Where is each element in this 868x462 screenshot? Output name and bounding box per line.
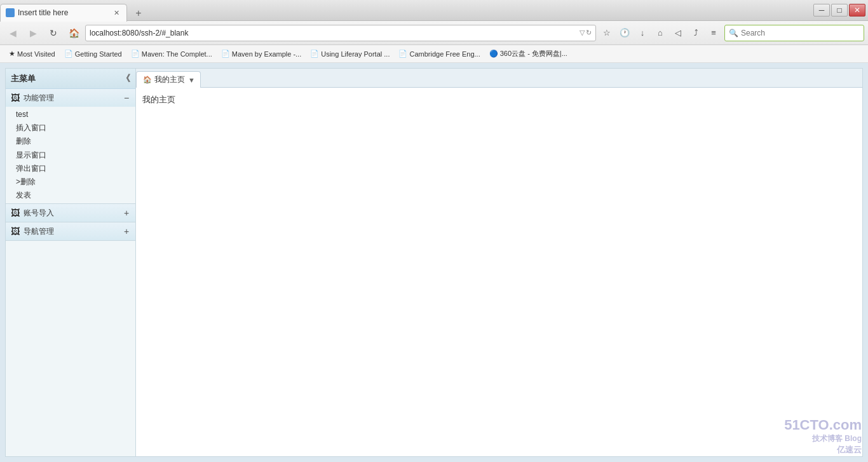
content-tab-label: 我的主页 <box>154 74 185 85</box>
sidebar-title: 主菜单 <box>11 73 36 85</box>
reload-button[interactable]: ↻ <box>44 24 62 42</box>
maximize-button[interactable]: □ <box>831 4 848 17</box>
sidebar-section-function-management: 🖼 功能管理 − test 插入窗口 删除 显示窗口 弹出窗口 >删除 发表 <box>6 89 135 204</box>
bookmark-label: Maven: The Complet... <box>142 50 212 58</box>
section-toggle-nav-management[interactable]: + <box>121 226 132 236</box>
section-toggle-function-management[interactable]: − <box>121 93 132 103</box>
content-tab-home[interactable]: 🏠 我的主页 ▼ <box>136 71 201 88</box>
most-visited-icon: ★ <box>9 50 15 58</box>
content-tabs: 🏠 我的主页 ▼ <box>136 69 862 88</box>
search-bar[interactable]: 🔍 <box>724 25 864 41</box>
content-body-text: 我的主页 <box>142 95 175 104</box>
function-management-items: test 插入窗口 删除 显示窗口 弹出窗口 >删除 发表 <box>6 107 135 203</box>
minimize-button[interactable]: ─ <box>813 4 830 17</box>
cambridge-icon: 📄 <box>398 50 407 58</box>
bookmark-label: Maven by Example -... <box>232 50 301 58</box>
menu-item-arrow-delete[interactable]: >删除 <box>6 175 135 189</box>
bookmark-label: Most Visited <box>17 50 55 58</box>
bookmark-liferay[interactable]: 📄 Using Liferay Portal ... <box>306 48 393 59</box>
left-arrow-button[interactable]: ◁ <box>670 25 686 41</box>
close-button[interactable]: ✕ <box>849 4 865 17</box>
maven-example-icon: 📄 <box>221 50 230 58</box>
forward-button[interactable]: ▶ <box>24 24 42 42</box>
bookmark-360[interactable]: 🔵 360云盘 - 免费网盘|... <box>485 48 571 60</box>
home-nav-button[interactable]: ⌂ <box>652 25 668 41</box>
menu-item-delete[interactable]: 删除 <box>6 135 135 148</box>
bookmark-label: 360云盘 - 免费网盘|... <box>500 49 567 58</box>
bookmark-maven-example[interactable]: 📄 Maven by Example -... <box>217 48 305 59</box>
menu-item-test[interactable]: test <box>6 108 135 121</box>
address-text: localhost:8080/ssh-2/#_blank <box>90 29 580 37</box>
sidebar-section-account-import: 🖼 账号导入 + <box>6 204 135 222</box>
tab-close-button[interactable]: ✕ <box>111 8 121 18</box>
search-input[interactable] <box>741 29 860 37</box>
bookmark-label: Using Liferay Portal ... <box>321 50 390 58</box>
bookmarks-bar: ★ Most Visited 📄 Getting Started 📄 Maven… <box>0 45 868 63</box>
share-button[interactable]: ⤴ <box>688 25 704 41</box>
back-button[interactable]: ◀ <box>4 24 22 42</box>
address-bar[interactable]: localhost:8080/ssh-2/#_blank ▽ ↻ <box>85 25 596 41</box>
section-label-function-management: 功能管理 <box>24 93 121 104</box>
navigation-bar: ◀ ▶ ↻ 🏠 localhost:8080/ssh-2/#_blank ▽ ↻… <box>0 21 868 45</box>
tab-strip: Insert title here ✕ + <box>0 0 813 21</box>
bookmark-cambridge[interactable]: 📄 Cambridge Free Eng... <box>395 48 484 59</box>
menu-item-popup-window[interactable]: 弹出窗口 <box>6 162 135 175</box>
refresh-icon[interactable]: ↻ <box>586 29 592 37</box>
bookmark-getting-started[interactable]: 📄 Getting Started <box>60 48 126 59</box>
bookmark-button[interactable]: ☆ <box>599 25 615 41</box>
function-management-icon: 🖼 <box>11 93 20 103</box>
account-import-icon: 🖼 <box>11 208 20 218</box>
maven-complete-icon: 📄 <box>131 50 140 58</box>
tab-favicon <box>6 8 15 17</box>
sidebar-section-nav-management: 🖼 导航管理 + <box>6 222 135 241</box>
section-label-nav-management: 导航管理 <box>24 226 121 237</box>
more-button[interactable]: ≡ <box>705 25 722 41</box>
new-tab-button[interactable]: + <box>130 6 147 21</box>
sidebar-collapse-button[interactable]: 《 <box>121 73 130 85</box>
360-icon: 🔵 <box>489 50 498 58</box>
nav-action-buttons: ☆ 🕐 ↓ ⌂ ◁ ⤴ ≡ <box>599 25 722 41</box>
main-area: 主菜单 《 🖼 功能管理 − test 插入窗口 删除 <box>0 63 868 462</box>
bookmark-label: Cambridge Free Eng... <box>409 50 480 58</box>
history-button[interactable]: 🕐 <box>616 25 633 41</box>
sidebar: 主菜单 《 🖼 功能管理 − test 插入窗口 删除 <box>6 69 136 456</box>
address-icons: ▽ ↻ <box>580 29 592 37</box>
expand-icon[interactable]: ▼ <box>188 76 195 84</box>
nav-management-icon: 🖼 <box>11 226 20 236</box>
section-header-account-import[interactable]: 🖼 账号导入 + <box>6 204 135 222</box>
section-header-nav-management[interactable]: 🖼 导航管理 + <box>6 222 135 240</box>
home-button[interactable]: 🏠 <box>65 24 83 42</box>
bookmark-most-visited[interactable]: ★ Most Visited <box>5 48 59 59</box>
bookmark-maven-complete[interactable]: 📄 Maven: The Complet... <box>127 48 216 59</box>
content-body: 我的主页 <box>136 88 862 456</box>
menu-item-publish[interactable]: 发表 <box>6 189 135 202</box>
bookmark-label: Getting Started <box>75 50 122 58</box>
bookmark-star-icon[interactable]: ▽ <box>580 29 585 37</box>
getting-started-icon: 📄 <box>64 50 73 58</box>
sidebar-header: 主菜单 《 <box>6 69 135 89</box>
menu-item-insert-window[interactable]: 插入窗口 <box>6 121 135 135</box>
download-button[interactable]: ↓ <box>634 25 651 41</box>
window-controls: ─ □ ✕ <box>813 4 868 17</box>
content-wrapper: 主菜单 《 🖼 功能管理 − test 插入窗口 删除 <box>5 68 863 457</box>
search-icon: 🔍 <box>729 29 738 37</box>
liferay-icon: 📄 <box>310 50 319 58</box>
section-toggle-account-import[interactable]: + <box>121 208 132 218</box>
section-label-account-import: 账号导入 <box>24 208 121 219</box>
main-panel: 主菜单 《 🖼 功能管理 − test 插入窗口 删除 <box>5 68 863 457</box>
content-panel: 🏠 我的主页 ▼ 我的主页 <box>136 69 862 456</box>
active-tab[interactable]: Insert title here ✕ <box>0 4 127 22</box>
menu-item-show-window[interactable]: 显示窗口 <box>6 149 135 162</box>
section-header-function-management[interactable]: 🖼 功能管理 − <box>6 89 135 107</box>
tab-title: Insert title here <box>18 8 111 17</box>
home-tab-icon: 🏠 <box>143 76 152 84</box>
title-bar: Insert title here ✕ + ─ □ ✕ <box>0 0 868 21</box>
